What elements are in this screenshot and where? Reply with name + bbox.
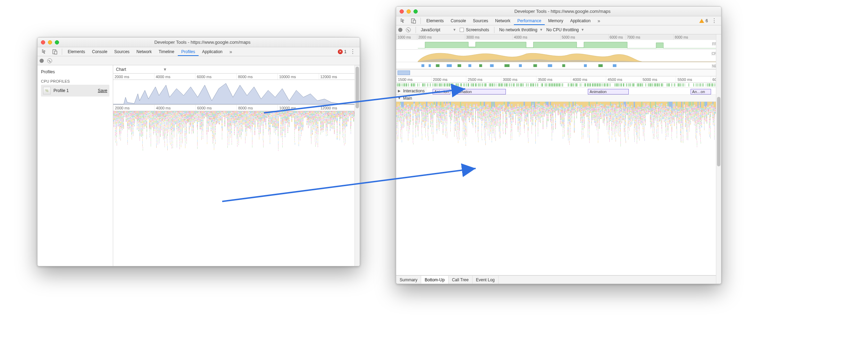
close-icon[interactable] bbox=[400, 9, 404, 14]
close-icon[interactable] bbox=[41, 40, 45, 44]
chevron-down-icon: ▼ bbox=[163, 67, 167, 72]
tab-elements[interactable]: Elements bbox=[423, 16, 447, 25]
tab-elements[interactable]: Elements bbox=[64, 47, 89, 56]
profile-item-label: Profile 1 bbox=[53, 88, 95, 93]
flame-chart[interactable]: (…) (…) bbox=[113, 111, 360, 266]
inspect-icon[interactable] bbox=[40, 48, 49, 56]
tab-performance[interactable]: Performance bbox=[514, 16, 545, 25]
animation-block[interactable]: Ani…ion bbox=[433, 89, 450, 94]
svg-rect-11 bbox=[584, 64, 587, 67]
svg-rect-12 bbox=[613, 64, 616, 67]
interactions-track: ▶ Interactions Ani…ion Animation Animati… bbox=[396, 88, 721, 95]
device-mode-icon[interactable] bbox=[409, 17, 418, 25]
maximize-icon[interactable] bbox=[55, 40, 59, 44]
cpu-throttle-dropdown[interactable]: No CPU throttling ▼ bbox=[546, 27, 584, 32]
clear-icon[interactable] bbox=[47, 58, 52, 63]
scroll-thumb[interactable] bbox=[356, 67, 359, 108]
tab-sources[interactable]: Sources bbox=[469, 16, 492, 25]
minimize-icon[interactable] bbox=[48, 40, 52, 44]
tab-profiles[interactable]: Profiles bbox=[178, 47, 199, 56]
more-tabs-icon[interactable]: » bbox=[595, 18, 603, 24]
tab-memory[interactable]: Memory bbox=[545, 16, 567, 25]
svg-rect-13 bbox=[436, 64, 439, 67]
svg-rect-17 bbox=[533, 64, 537, 67]
network-throttle-label: No network throttling bbox=[499, 27, 537, 32]
performance-overview[interactable]: 1000 ms 2000 ms 3000 ms 4000 ms 5000 ms … bbox=[396, 34, 721, 69]
tab-console[interactable]: Console bbox=[447, 16, 469, 25]
warning-count: 6 bbox=[706, 18, 708, 23]
device-mode-icon[interactable] bbox=[50, 48, 60, 56]
profile-item[interactable]: % Profile 1 Save bbox=[41, 85, 109, 97]
window-titlebar: Developer Tools - https://www.google.com… bbox=[37, 38, 360, 47]
tab-bottom-up[interactable]: Bottom-Up bbox=[421, 276, 448, 284]
kebab-menu-icon[interactable]: ⋮ bbox=[350, 48, 356, 55]
range-handle[interactable] bbox=[398, 70, 410, 75]
record-icon[interactable] bbox=[398, 28, 402, 32]
animation-block[interactable]: Animation bbox=[588, 89, 629, 94]
record-icon[interactable] bbox=[40, 59, 44, 63]
clear-icon[interactable] bbox=[406, 27, 411, 32]
svg-rect-15 bbox=[479, 64, 482, 67]
more-tabs-icon[interactable]: » bbox=[227, 49, 235, 55]
svg-rect-10 bbox=[548, 64, 552, 67]
svg-rect-7 bbox=[468, 64, 471, 67]
network-throttle-dropdown[interactable]: No network throttling ▼ bbox=[499, 27, 543, 32]
error-count: 1 bbox=[344, 49, 347, 54]
scroll-thumb[interactable] bbox=[717, 97, 720, 166]
profile-save-link[interactable]: Save bbox=[98, 88, 107, 93]
detail-ruler: 2000 ms 4000 ms 6000 ms 8000 ms 10000 ms… bbox=[113, 105, 360, 111]
tab-network[interactable]: Network bbox=[133, 47, 155, 56]
svg-rect-14 bbox=[458, 64, 461, 67]
chevron-down-icon: ▼ bbox=[453, 28, 456, 32]
screenshots-checkbox[interactable]: Screenshots bbox=[460, 27, 489, 32]
svg-rect-1 bbox=[55, 51, 57, 54]
chevron-down-icon: ▼ bbox=[540, 28, 543, 32]
minimize-icon[interactable] bbox=[407, 9, 411, 14]
javascript-dropdown[interactable]: JavaScript ▼ bbox=[421, 27, 456, 32]
window-title: Developer Tools - https://www.google.com… bbox=[62, 40, 356, 45]
tab-network[interactable]: Network bbox=[492, 16, 514, 25]
interactions-label: Interactions bbox=[403, 89, 425, 93]
profile-icon: % bbox=[43, 87, 51, 94]
animation-block[interactable]: An…on bbox=[691, 89, 711, 94]
track-stripes bbox=[396, 83, 721, 88]
vertical-scrollbar[interactable] bbox=[354, 65, 360, 266]
tab-call-tree[interactable]: Call Tree bbox=[449, 276, 473, 284]
tab-application[interactable]: Application bbox=[199, 47, 226, 56]
maximize-icon[interactable] bbox=[414, 9, 418, 14]
warning-badge-icon[interactable] bbox=[699, 19, 704, 23]
disclosure-triangle-icon[interactable]: ▼ bbox=[398, 96, 401, 100]
tab-timeline[interactable]: Timeline bbox=[155, 47, 178, 56]
fps-lane: FPS bbox=[396, 40, 721, 50]
disclosure-triangle-icon[interactable]: ▶ bbox=[398, 89, 401, 93]
cpu-overview-chart[interactable] bbox=[113, 80, 360, 105]
svg-rect-16 bbox=[504, 64, 510, 67]
chart-view-selector[interactable]: Chart ▼ bbox=[113, 65, 360, 74]
range-slider[interactable] bbox=[396, 69, 721, 76]
sidebar-section: CPU PROFILES bbox=[41, 76, 109, 85]
profiles-sidebar: Profiles CPU PROFILES % Profile 1 Save bbox=[37, 65, 113, 266]
overview-ruler: 2000 ms 4000 ms 6000 ms 8000 ms 10000 ms… bbox=[113, 74, 360, 80]
error-badge-icon[interactable]: ✕ bbox=[338, 49, 343, 54]
kebab-menu-icon[interactable]: ⋮ bbox=[711, 17, 717, 24]
main-flame-chart[interactable] bbox=[396, 102, 721, 275]
vertical-scrollbar[interactable] bbox=[716, 34, 721, 284]
tab-summary[interactable]: Summary bbox=[396, 276, 421, 284]
devtools-toolbar: Elements Console Sources Network Timelin… bbox=[37, 47, 360, 56]
tab-event-log[interactable]: Event Log bbox=[473, 276, 499, 284]
svg-rect-6 bbox=[447, 64, 452, 67]
tab-console[interactable]: Console bbox=[89, 47, 111, 56]
javascript-dropdown-label: JavaScript bbox=[421, 27, 440, 32]
tab-sources[interactable]: Sources bbox=[111, 47, 133, 56]
performance-subbar: JavaScript ▼ Screenshots No network thro… bbox=[396, 25, 721, 34]
main-label: Main bbox=[403, 96, 412, 101]
detail-ruler: 1500 ms 2000 ms 2500 ms 3000 ms 3500 ms … bbox=[396, 76, 721, 83]
animation-block[interactable]: Animation bbox=[453, 89, 506, 94]
tab-application[interactable]: Application bbox=[567, 16, 594, 25]
inspect-icon[interactable] bbox=[398, 17, 408, 25]
chevron-down-icon: ▼ bbox=[581, 28, 584, 32]
window-titlebar: Developer Tools - https://www.google.com… bbox=[396, 7, 721, 16]
profiles-subbar bbox=[37, 56, 360, 65]
svg-rect-4 bbox=[422, 64, 424, 67]
checkbox-icon bbox=[460, 28, 464, 32]
